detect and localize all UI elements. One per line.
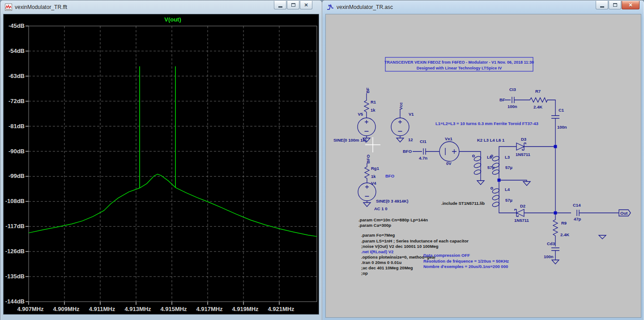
minimize-button[interactable] <box>274 1 286 9</box>
port-label[interactable]: Out <box>620 211 628 216</box>
net-flag-Vcc[interactable]: Vcc <box>398 102 403 110</box>
restore-button[interactable] <box>287 1 299 9</box>
ltspice-schematic-icon <box>327 4 334 11</box>
info-line[interactable]: Nombre d'exemples = 20us/0.1ns=200 000 <box>423 264 508 269</box>
component-label[interactable]: CI3 <box>509 87 516 92</box>
capacitor-C1[interactable]: C1 100n <box>551 108 567 130</box>
component-value[interactable]: 57µ <box>505 198 512 203</box>
directive-line[interactable]: .param Ca=300p <box>358 223 391 228</box>
resistor-Rg1[interactable]: BFO Rg1 1k <box>365 155 380 180</box>
component-label[interactable]: R9 <box>561 221 567 225</box>
x-tick-label: 4.915MHz <box>160 306 187 312</box>
component-label[interactable]: CI1 <box>420 139 427 144</box>
component-label[interactable]: C14 <box>573 203 581 208</box>
voltage-source-V1[interactable]: Vcc V1 12 <box>391 102 414 142</box>
minimize-icon <box>278 6 282 8</box>
inductor-L4[interactable]: L4 57µ <box>491 187 512 208</box>
inductor-L6[interactable]: L6 57µ <box>473 155 495 177</box>
directive-line[interactable]: .param LS=1nH ; Series Inductance of eac… <box>361 238 469 243</box>
x-tick-label: 4.919MHz <box>232 306 259 312</box>
info-line[interactable]: Data compression OFF <box>423 253 470 258</box>
minimize-button[interactable] <box>596 1 608 9</box>
capacitor-C14[interactable]: C14 47p <box>573 203 581 221</box>
component-value[interactable]: 57µ <box>505 165 512 170</box>
component-value[interactable]: 4.7n <box>419 156 427 160</box>
component-value[interactable]: 100n <box>544 254 554 259</box>
resistor-R9[interactable]: R9 2.4K <box>553 218 569 238</box>
net-label-BFO[interactable]: BFO <box>385 173 394 178</box>
capacitor-CI1[interactable]: BFO CI1 4.7n <box>403 139 427 160</box>
y-tick-label: -54dB <box>9 48 25 54</box>
component-value[interactable]: 1N5711 <box>514 218 529 223</box>
schematic-title-box[interactable]: TRANSCEIVER VEXIN F8EOZ from F6FEO - Mod… <box>384 57 534 71</box>
component-label[interactable]: R1 <box>371 99 376 104</box>
component-value[interactable]: 0V <box>446 161 452 166</box>
y-tick-label: -99dB <box>9 173 25 179</box>
component-value2[interactable]: AC 1 0 <box>374 206 388 211</box>
component-label[interactable]: V1 <box>409 112 414 117</box>
net-label-BF[interactable]: BF <box>499 97 505 102</box>
capacitor-CI3[interactable]: BF CI3 100n <box>499 87 517 109</box>
directive-line[interactable]: ;noise V(Out) V2 dec 10001 10 100Meg <box>361 244 439 249</box>
component-value[interactable]: 100n <box>557 125 567 130</box>
schematic-window-titlebar[interactable]: vexinModulator_TR.asc ✕ <box>322 0 644 14</box>
component-label[interactable]: D2 <box>520 203 525 208</box>
component-value[interactable]: 12 <box>408 137 413 142</box>
x-tick-label: 4.907MHz <box>17 306 44 312</box>
voltage-source-Vx1[interactable]: Vx1 0V <box>439 136 459 166</box>
component-label[interactable]: V4 <box>371 181 376 186</box>
x-tick-label: 4.913MHz <box>124 306 151 312</box>
component-label[interactable]: C1 <box>559 108 564 112</box>
component-value[interactable]: 1k <box>371 174 376 179</box>
output-port[interactable]: Out <box>619 210 631 216</box>
schematic-window-title: vexinModulator_TR.asc <box>337 4 393 10</box>
restore-button[interactable] <box>609 1 621 9</box>
component-label[interactable]: Vx1 <box>445 136 453 141</box>
capacitor-Cd3[interactable]: Cd3 100n <box>544 241 559 259</box>
component-value[interactable]: 47p <box>574 216 581 221</box>
component-value[interactable]: 2.4K <box>560 232 569 237</box>
fft-window: vexinModulator_TR.fft ✕ -45dB-54dB-63dB-… <box>0 0 322 320</box>
net-directive[interactable]: .net I(RLoad) V2 <box>361 249 393 254</box>
fft-plot-area[interactable]: -45dB-54dB-63dB-72dB-81dB-90dB-99dB-108d… <box>4 14 319 314</box>
info-line[interactable]: Résolution de fréquence = 1/20us = 50KHz <box>423 259 509 264</box>
coupling-statement[interactable]: K2 L3 L4 L6 1 <box>477 138 505 143</box>
component-label[interactable]: Rg1 <box>371 166 380 171</box>
close-button[interactable]: ✕ <box>300 1 312 9</box>
directive-line[interactable]: .param Fo=7Meg <box>361 233 395 238</box>
component-value[interactable]: 1k <box>371 108 375 112</box>
component-value[interactable]: SINE(0 100m 1k) <box>333 138 367 143</box>
net-flag-BF[interactable]: BF <box>365 87 370 93</box>
inductor-note[interactable]: L1=L2=L3 = 10 turns 0.3 mm Ferrite Toroi… <box>435 121 538 126</box>
close-button[interactable]: ✕ <box>622 1 640 9</box>
resistor-R1[interactable]: R1 1k BF <box>364 87 376 114</box>
waveform-file-icon <box>5 4 12 11</box>
y-tick-label: -117dB <box>5 223 25 229</box>
component-label[interactable]: V5 <box>358 112 363 117</box>
title-box-line1: TRANSCEIVER VEXIN F8EOZ from F6FEO - Mod… <box>384 60 534 65</box>
component-value[interactable]: 100n <box>508 104 517 109</box>
component-value[interactable]: 2.4K <box>533 104 542 109</box>
component-label[interactable]: Cd3 <box>547 241 555 246</box>
net-flag-BFO[interactable]: BFO <box>366 155 371 164</box>
resistor-R7[interactable]: R7 2.4K <box>528 89 549 109</box>
include-directive[interactable]: .include ST1N5711.lib <box>441 201 485 206</box>
net-label-BFO[interactable]: BFO <box>403 149 412 154</box>
fft-window-titlebar[interactable]: vexinModulator_TR.fft ✕ <box>0 0 322 14</box>
schematic-canvas[interactable]: TRANSCEIVER VEXIN F8EOZ from F6FEO - Mod… <box>326 14 641 317</box>
directive-line[interactable]: .param Cm=10n Cn=880p Lp=144n <box>358 217 428 222</box>
component-value[interactable]: SINE(0 3 4914K) <box>376 199 408 203</box>
component-value[interactable]: 1N5711 <box>516 152 530 157</box>
component-label[interactable]: R7 <box>535 89 541 94</box>
component-label[interactable]: D3 <box>521 137 526 142</box>
wire-junction <box>498 179 501 182</box>
schematic-window: vexinModulator_TR.asc ✕ TRANSCEIVER VEXI… <box>322 0 644 320</box>
component-label[interactable]: L3 <box>505 155 510 160</box>
directive-line[interactable]: ;ac dec 401 10Meg 20Meg <box>361 265 413 270</box>
directive-line[interactable]: .tran 0 20ms 0 0.01u <box>361 260 401 265</box>
simulation-info-comment[interactable]: Data compression OFF Résolution de fréqu… <box>423 253 509 269</box>
fft-plot-pane[interactable]: -45dB-54dB-63dB-72dB-81dB-90dB-99dB-108d… <box>4 14 319 314</box>
component-label[interactable]: L4 <box>505 187 510 192</box>
schematic-drawing[interactable]: TRANSCEIVER VEXIN F8EOZ from F6FEO - Mod… <box>326 14 641 317</box>
directive-line[interactable]: ;op <box>361 271 368 276</box>
